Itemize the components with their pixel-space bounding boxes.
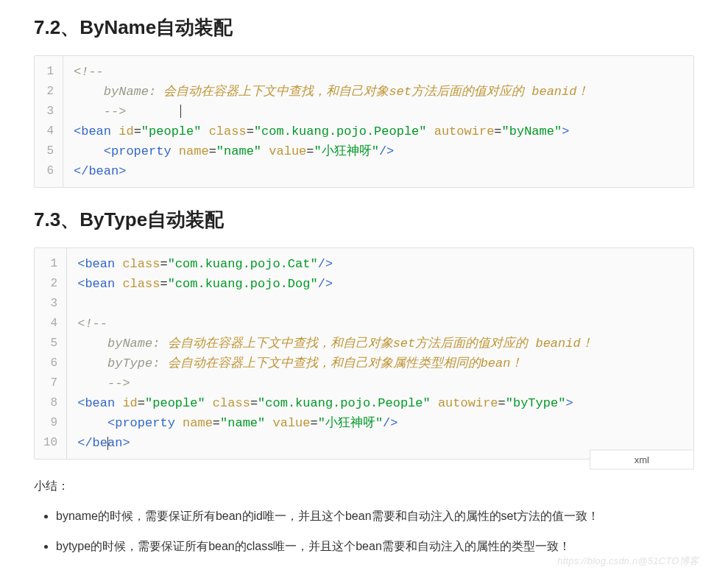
list-item: bytype的时候，需要保证所有bean的class唯一，并且这个bean需要和…: [56, 536, 694, 556]
list-item: byname的时候，需要保证所有bean的id唯一，并且这个bean需要和自动注…: [56, 506, 694, 526]
code-line: <bean class="com.kuang.pojo.Dog"/>: [77, 274, 683, 294]
section-heading-72: 7.2、ByName自动装配: [34, 15, 694, 41]
summary-label: 小结：: [34, 479, 694, 494]
code-line: <bean id="people" class="com.kuang.pojo.…: [77, 393, 683, 413]
line-number: 2: [35, 274, 66, 294]
line-number: 5: [35, 141, 63, 161]
line-number: 1: [35, 62, 63, 82]
line-number: 1: [35, 254, 66, 274]
text-caret: [180, 105, 181, 118]
line-number: 8: [35, 393, 66, 413]
code-line: byName: 会自动在容器上下文中查找，和自己对象set方法后面的值对应的 b…: [74, 82, 683, 102]
code-block-2[interactable]: 1 2 3 4 5 6 7 8 9 10 <bean class="com.ku…: [34, 247, 694, 460]
line-number: 2: [35, 82, 63, 102]
line-number: 3: [35, 294, 66, 314]
code-line: <bean class="com.kuang.pojo.Cat"/>: [77, 254, 683, 274]
line-number: 4: [35, 122, 63, 141]
line-number: 9: [35, 413, 66, 433]
code-line: </bean>: [74, 161, 683, 181]
line-number: 6: [35, 353, 66, 373]
code-line: <!--: [74, 62, 683, 82]
watermark: https://blog.csdn.n@51CTO博客: [557, 555, 699, 568]
code-line: <!--: [77, 314, 683, 334]
line-number: 3: [35, 102, 63, 122]
code-line: <property name="name" value="小狂神呀"/>: [74, 141, 683, 161]
line-numbers-gutter: 1 2 3 4 5 6 7 8 9 10: [35, 248, 67, 459]
code-content[interactable]: <bean class="com.kuang.pojo.Cat"/> <bean…: [67, 248, 693, 459]
line-number: 5: [35, 334, 66, 353]
code-line: <property name="name" value="小狂神呀"/>: [77, 413, 683, 433]
summary-list: byname的时候，需要保证所有bean的id唯一，并且这个bean需要和自动注…: [34, 506, 694, 556]
code-line: byType: 会自动在容器上下文中查找，和自己对象属性类型相同的bean！: [77, 353, 683, 373]
code-content[interactable]: <!-- byName: 会自动在容器上下文中查找，和自己对象set方法后面的值…: [63, 56, 693, 187]
code-line: <bean id="people" class="com.kuang.pojo.…: [74, 122, 683, 141]
code-line: byName: 会自动在容器上下文中查找，和自己对象set方法后面的值对应的 b…: [77, 334, 683, 353]
line-number: 10: [35, 433, 66, 453]
text-caret: [107, 437, 108, 450]
line-numbers-gutter: 1 2 3 4 5 6: [35, 56, 63, 187]
line-number: 7: [35, 373, 66, 393]
code-block-1[interactable]: 1 2 3 4 5 6 <!-- byName: 会自动在容器上下文中查找，和自…: [34, 55, 694, 188]
line-number: 6: [35, 161, 63, 181]
code-line: -->: [74, 102, 683, 122]
section-heading-73: 7.3、ByType自动装配: [34, 207, 694, 233]
language-badge: xml: [590, 450, 694, 470]
code-line: -->: [77, 373, 683, 393]
line-number: 4: [35, 314, 66, 334]
code-line: [77, 294, 683, 314]
